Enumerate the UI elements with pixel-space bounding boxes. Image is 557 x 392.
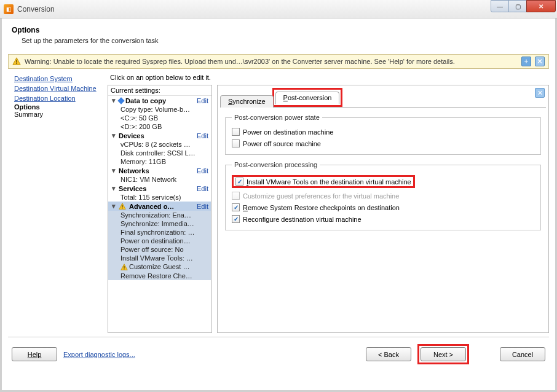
highlight-box: Post-conversion: [272, 88, 343, 107]
step-options: Options: [14, 103, 104, 111]
twisty-icon: ▾: [111, 184, 117, 192]
svg-rect-5: [122, 208, 122, 208]
next-button[interactable]: Next >: [421, 347, 466, 361]
highlight-box: Next >: [417, 344, 469, 364]
window-title: Conversion: [17, 5, 55, 14]
edit-link[interactable]: Edit: [197, 97, 210, 104]
label-power-off: Power off source machine: [243, 140, 321, 147]
titlebar: ◧ Conversion — ▢ ✕: [0, 0, 557, 18]
checkbox-remove-restore[interactable]: [232, 203, 240, 211]
page-header: Options Set up the parameters for the co…: [3, 20, 554, 54]
edit-link[interactable]: Edit: [197, 167, 210, 174]
warning-plus-button[interactable]: +: [521, 57, 531, 66]
warning-text: Warning: Unable to locate the required S…: [25, 58, 518, 65]
warning-icon: [12, 57, 21, 66]
instruction-text: Click on an option below to edit it.: [108, 71, 549, 85]
group-networks[interactable]: ▾ Networks Edit: [108, 166, 211, 175]
detail-panel: ✕ Synchronize Post-conversion Post-conve…: [217, 85, 549, 333]
setting-item[interactable]: vCPUs: 8 (2 sockets …: [108, 140, 211, 149]
wizard-steps: Destination System Destination Virtual M…: [8, 71, 108, 333]
page-title: Options: [12, 26, 545, 34]
label-customize-guest: Customize guest preferences for the virt…: [243, 192, 399, 200]
group-label: Data to copy: [125, 97, 166, 104]
legend-processing: Post-conversion processing: [232, 161, 320, 168]
tabs: Synchronize Post-conversion: [220, 88, 546, 108]
setting-item[interactable]: Customize Guest …: [108, 262, 211, 272]
step-destination-system[interactable]: Destination System: [14, 74, 104, 84]
group-advanced[interactable]: ▾ Advanced o… Edit: [108, 202, 211, 211]
group-label: Advanced o…: [129, 203, 174, 210]
setting-item[interactable]: Memory: 11GB: [108, 157, 211, 166]
setting-item[interactable]: Install VMware Tools: …: [108, 254, 211, 262]
setting-item[interactable]: <D:>: 200 GB: [108, 122, 211, 131]
twisty-icon: ▾: [111, 96, 117, 104]
step-destination-vm[interactable]: Destination Virtual Machine: [14, 84, 104, 93]
page-subtitle: Set up the parameters for the conversion…: [12, 37, 545, 44]
minimize-button[interactable]: —: [491, 0, 509, 12]
checkbox-install-vmware-tools[interactable]: [235, 178, 243, 186]
svg-rect-4: [122, 205, 122, 207]
setting-item[interactable]: NIC1: VM Network: [108, 175, 211, 184]
checkbox-power-off[interactable]: [232, 139, 240, 147]
svg-rect-2: [16, 63, 17, 64]
svg-rect-8: [124, 269, 124, 269]
step-summary: Summary: [14, 111, 104, 118]
cancel-button[interactable]: Cancel: [500, 347, 545, 361]
label-install-vmware-tools: Install VMware Tools on the destination …: [247, 178, 411, 186]
twisty-icon: ▾: [111, 202, 117, 210]
tab-synchronize[interactable]: Synchronize: [220, 95, 274, 108]
setting-item[interactable]: Power off source: No: [108, 245, 211, 254]
settings-header: Current settings:: [108, 85, 211, 96]
edit-link[interactable]: Edit: [197, 203, 210, 210]
diamond-icon: [117, 97, 124, 104]
setting-item[interactable]: Copy type: Volume-b…: [108, 105, 211, 114]
export-diagnostic-link[interactable]: Export diagnostic logs...: [63, 351, 135, 358]
footer: Help Export diagnostic logs... < Back Ne…: [3, 338, 554, 370]
fieldset-processing: Post-conversion processing Install VMwar…: [225, 161, 541, 230]
twisty-icon: ▾: [111, 167, 117, 174]
svg-rect-1: [16, 60, 17, 62]
legend-power-state: Post-conversion power state: [232, 114, 322, 121]
label-remove-restore: Remove System Restore checkpoints on des…: [243, 204, 400, 211]
label-reconfigure: Reconfigure destination virtual machine: [243, 216, 361, 223]
fieldset-power-state: Post-conversion power state Power on des…: [225, 114, 541, 155]
setting-item[interactable]: Remove Restore Che…: [108, 272, 211, 280]
checkbox-reconfigure[interactable]: [232, 215, 240, 223]
group-services[interactable]: ▾ Services Edit: [108, 184, 211, 193]
settings-panel: Current settings: ▾ Data to copy Edit Co…: [108, 85, 212, 333]
edit-link[interactable]: Edit: [197, 132, 210, 139]
tab-post-conversion[interactable]: Post-conversion: [275, 92, 340, 104]
group-data-to-copy[interactable]: ▾ Data to copy Edit: [108, 96, 211, 105]
setting-item[interactable]: Total: 115 service(s): [108, 193, 211, 202]
step-destination-location[interactable]: Destination Location: [14, 93, 104, 103]
back-button[interactable]: < Back: [366, 347, 411, 361]
warning-icon: [119, 203, 126, 210]
maximize-button[interactable]: ▢: [508, 0, 527, 12]
warning-close-button[interactable]: ✕: [535, 57, 545, 66]
checkbox-power-on[interactable]: [232, 128, 240, 136]
setting-item[interactable]: <C:>: 50 GB: [108, 114, 211, 122]
svg-rect-7: [124, 266, 124, 269]
setting-item[interactable]: Power on destination…: [108, 237, 211, 245]
group-devices[interactable]: ▾ Devices Edit: [108, 131, 211, 140]
setting-item[interactable]: Synchronize: Immedia…: [108, 219, 211, 228]
warning-bar: Warning: Unable to locate the required S…: [8, 54, 549, 69]
settings-list[interactable]: ▾ Data to copy Edit Copy type: Volume-b……: [108, 96, 211, 332]
label-power-on: Power on destination machine: [243, 128, 333, 136]
close-button[interactable]: ✕: [526, 0, 556, 12]
twisty-icon: ▾: [111, 131, 117, 139]
setting-item[interactable]: Synchronization: Ena…: [108, 211, 211, 219]
app-icon: ◧: [4, 4, 14, 14]
group-label: Services: [119, 185, 146, 192]
setting-item[interactable]: Final synchronization: …: [108, 228, 211, 237]
highlight-box: Install VMware Tools on the destination …: [232, 175, 415, 188]
group-label: Networks: [119, 167, 149, 174]
warning-icon: [120, 264, 128, 271]
checkbox-customize-guest: [232, 192, 240, 200]
setting-item[interactable]: Disk controller: SCSI L…: [108, 149, 211, 157]
group-label: Devices: [119, 132, 144, 139]
help-button[interactable]: Help: [12, 347, 57, 361]
edit-link[interactable]: Edit: [197, 185, 210, 192]
